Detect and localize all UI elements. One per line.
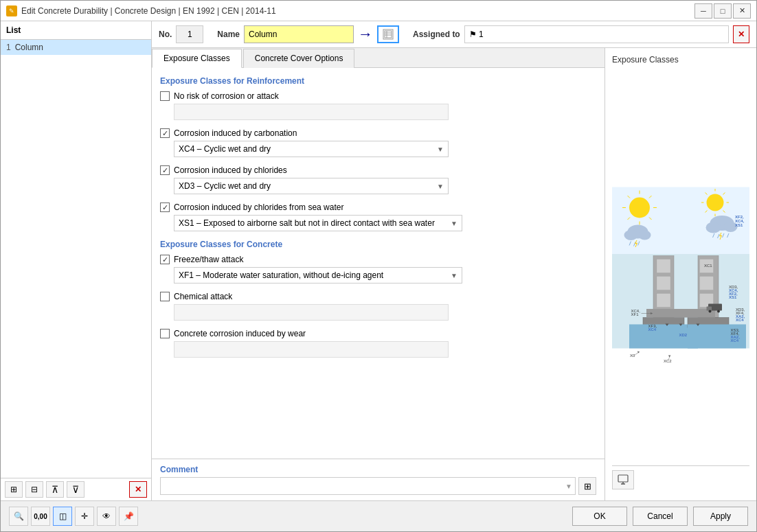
diagram-container: XF2, XC4, XS1: [612, 70, 749, 465]
seawater-checkbox[interactable]: ✓: [160, 203, 170, 212]
svg-point-59: [709, 310, 712, 313]
comment-expand-button[interactable]: ⊞: [578, 477, 596, 495]
diagram-footer: [612, 465, 749, 494]
chlorides-dropdown-arrow: ▼: [437, 183, 444, 190]
freeze-dropdown-value: XF1 – Moderate water saturation, without…: [179, 270, 383, 280]
diagram-settings-icon: [617, 474, 629, 486]
assigned-clear-button[interactable]: ✕: [733, 25, 749, 43]
diagram-settings-button[interactable]: [612, 470, 634, 489]
seawater-dropdown[interactable]: XS1 – Exposed to airborne salt but not i…: [174, 215, 462, 231]
svg-point-31: [706, 222, 721, 233]
svg-point-21: [707, 194, 724, 211]
dialog-buttons: OK Cancel Apply: [572, 507, 748, 526]
name-field-group: Name →: [217, 25, 399, 43]
no-input[interactable]: [176, 25, 203, 43]
search-tool-button[interactable]: 🔍: [9, 507, 28, 526]
wear-dropdown-placeholder: [174, 341, 449, 358]
comment-input[interactable]: ▼: [160, 477, 576, 495]
svg-text:XD2: XD2: [679, 333, 688, 337]
list-header: List: [1, 21, 151, 40]
move-up-button[interactable]: ⊼: [46, 481, 64, 498]
minimize-button[interactable]: ─: [694, 3, 712, 19]
wear-checkbox[interactable]: [160, 329, 170, 338]
select-tool-button[interactable]: ◫: [53, 507, 72, 526]
move-down-icon: ⊽: [72, 484, 79, 495]
content-area: Exposure Classes Concrete Cover Options …: [152, 48, 756, 500]
freeze-dropdown[interactable]: XF1 – Moderate water saturation, without…: [174, 267, 462, 284]
svg-point-17: [639, 231, 651, 240]
move-icon: ✛: [81, 511, 88, 521]
duplicate-item-button[interactable]: ⊟: [25, 481, 43, 498]
wear-row: Concrete corrosion induced by wear: [160, 329, 596, 338]
move-tool-button[interactable]: ✛: [75, 507, 94, 526]
select-icon: ◫: [59, 511, 67, 521]
right-section: No. Name →: [152, 21, 756, 500]
duplicate-icon: ⊟: [31, 485, 38, 494]
svg-text:XC4: XC4: [736, 318, 744, 322]
comment-area: Comment ▼ ⊞: [152, 459, 605, 500]
svg-text:XF1: XF1: [631, 312, 640, 316]
app-icon: ✎: [6, 5, 17, 16]
svg-point-16: [624, 230, 638, 240]
pin-tool-button[interactable]: 📌: [119, 507, 138, 526]
list-item[interactable]: 1 Column: [1, 40, 151, 55]
svg-point-6: [629, 198, 650, 218]
freeze-row: ✓ Freeze/thaw attack: [160, 255, 596, 264]
chemical-checkbox[interactable]: [160, 292, 170, 301]
add-icon: ⊞: [10, 485, 17, 494]
assigned-label: Assigned to: [413, 30, 460, 39]
svg-rect-47: [700, 277, 714, 290]
svg-text:XS1: XS1: [735, 223, 743, 227]
assigned-value: ⚑ 1: [469, 30, 484, 39]
comment-input-row: ▼ ⊞: [160, 477, 596, 495]
wear-label: Concrete corrosion induced by wear: [174, 329, 306, 338]
svg-text:XC4: XC4: [731, 338, 739, 343]
carbonation-dropdown-row: XC4 – Cyclic wet and dry ▼: [174, 141, 596, 157]
window-title: Edit Concrete Durability | Concrete Desi…: [21, 6, 276, 16]
chlorides-dropdown-row: XD3 – Cyclic wet and dry ▼: [174, 178, 596, 194]
name-input[interactable]: [244, 25, 354, 43]
svg-text:XC1: XC1: [704, 264, 712, 268]
freeze-checkbox[interactable]: ✓: [160, 255, 170, 264]
seawater-dropdown-arrow: ▼: [451, 220, 457, 227]
chlorides-checkbox[interactable]: ✓: [160, 165, 170, 175]
no-risk-dropdown-placeholder: [174, 104, 449, 120]
freeze-dropdown-arrow: ▼: [451, 272, 457, 279]
carbonation-label: Corrosion induced by carbonation: [174, 128, 297, 138]
move-down-button[interactable]: ⊽: [67, 481, 84, 498]
delete-icon: ✕: [135, 485, 142, 494]
delete-item-button[interactable]: ✕: [129, 481, 147, 498]
apply-button[interactable]: Apply: [693, 507, 748, 526]
freeze-label: Freeze/thaw attack: [174, 255, 243, 264]
view-tool-button[interactable]: 👁: [97, 507, 116, 526]
seawater-row: ✓ Corrosion induced by chlorides from se…: [160, 203, 596, 212]
svg-text:XC2: XC2: [664, 359, 672, 363]
bottom-toolbar: 🔍 0,00 ◫ ✛ 👁 📌: [9, 507, 138, 526]
edit-button[interactable]: [377, 25, 399, 43]
maximize-button[interactable]: □: [714, 3, 732, 19]
ok-button[interactable]: OK: [572, 507, 627, 526]
concrete-section-title: Exposure Classes for Concrete: [160, 240, 596, 249]
view-icon: 👁: [102, 511, 111, 521]
title-bar: ✎ Edit Concrete Durability | Concrete De…: [1, 1, 756, 21]
list-item-num: 1: [6, 43, 11, 52]
cancel-button[interactable]: Cancel: [633, 507, 688, 526]
no-risk-checkbox[interactable]: [160, 91, 170, 101]
tab-exposure-classes[interactable]: Exposure Classes: [152, 49, 242, 68]
edit-icon: [382, 28, 394, 41]
form-content: Exposure Classes for Reinforcement No ri…: [152, 68, 605, 459]
carbonation-dropdown[interactable]: XC4 – Cyclic wet and dry ▼: [174, 141, 449, 157]
freeze-dropdown-row: XF1 – Moderate water saturation, without…: [174, 267, 596, 284]
no-risk-row: No risk of corrosion or attack: [160, 91, 596, 101]
measure-tool-button[interactable]: 0,00: [31, 507, 50, 526]
chlorides-dropdown[interactable]: XD3 – Cyclic wet and dry ▼: [174, 178, 449, 194]
title-bar-buttons: ─ □ ✕: [694, 3, 751, 19]
carbonation-row: ✓ Corrosion induced by carbonation: [160, 128, 596, 138]
carbonation-checkbox[interactable]: ✓: [160, 128, 170, 138]
close-button[interactable]: ✕: [733, 3, 751, 19]
add-item-button[interactable]: ⊞: [5, 481, 23, 498]
chlorides-row: ✓ Corrosion induced by chlorides: [160, 165, 596, 175]
tab-concrete-cover[interactable]: Concrete Cover Options: [243, 49, 355, 68]
assigned-input[interactable]: ⚑ 1: [464, 25, 729, 43]
seawater-label: Corrosion induced by chlorides from sea …: [174, 203, 343, 212]
